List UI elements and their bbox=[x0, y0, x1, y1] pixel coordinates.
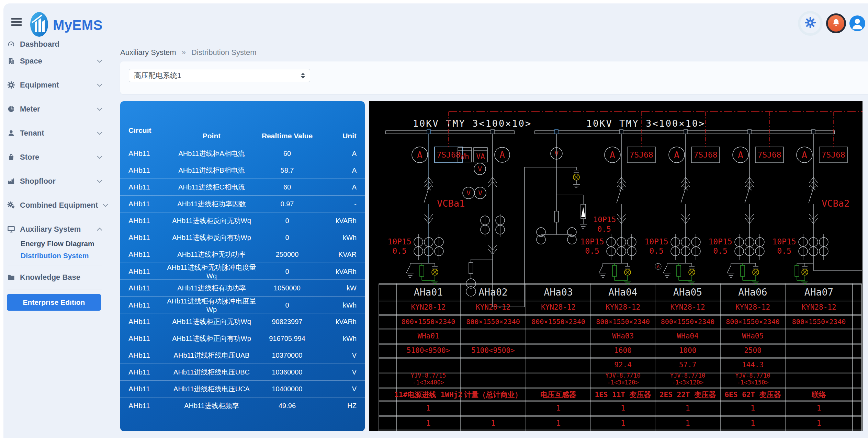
svg-text:V: V bbox=[466, 189, 471, 197]
sidebar-item-label: Meter bbox=[20, 105, 91, 114]
realtime-table-row: AHb11AHb11进线柜无功功率250000KVAR bbox=[120, 246, 365, 263]
sidebar-item-auxiliary-system[interactable]: Auxiliary System bbox=[7, 221, 102, 238]
factory-icon bbox=[7, 177, 15, 185]
breadcrumb-separator: » bbox=[182, 48, 186, 57]
svg-text:YJV-8.7/10: YJV-8.7/10 bbox=[670, 372, 705, 379]
svg-text:10P15: 10P15 bbox=[772, 237, 796, 246]
svg-text:1: 1 bbox=[685, 419, 690, 427]
svg-text:144.3: 144.3 bbox=[742, 361, 764, 369]
realtime-table-row: AHb11AHb11进线柜线电压UCA10400000V bbox=[120, 380, 365, 397]
svg-text:10KV TMY 3<100×10>: 10KV TMY 3<100×10> bbox=[586, 118, 706, 129]
svg-text:V: V bbox=[478, 189, 482, 197]
svg-text:A: A bbox=[657, 264, 660, 269]
sidebar-item-label: Auxiliary System bbox=[20, 225, 91, 234]
sidebar-subitem-distribution-system[interactable]: Distribution System bbox=[7, 250, 102, 262]
chevron-down-icon bbox=[96, 107, 102, 111]
svg-text:-1<3×400>: -1<3×400> bbox=[413, 379, 444, 386]
svg-text:A: A bbox=[674, 150, 679, 160]
svg-text:A: A bbox=[417, 150, 422, 160]
sidebar-item-label: Shopfloor bbox=[20, 177, 91, 186]
bag-icon bbox=[7, 153, 15, 161]
sidebar-item-label: Dashboard bbox=[20, 40, 91, 49]
sidebar-item-store[interactable]: Store bbox=[7, 149, 102, 165]
svg-text:AHa03: AHa03 bbox=[544, 287, 573, 298]
svg-text:10P15: 10P15 bbox=[580, 237, 604, 246]
sidebar-item-label: Knowledge Base bbox=[20, 273, 91, 282]
sidebar-item-space[interactable]: Space bbox=[7, 53, 102, 69]
sidebar-item-meter[interactable]: Meter bbox=[7, 101, 102, 117]
chevron-down-icon bbox=[96, 131, 102, 135]
col-realtime-value: Realtime Value bbox=[256, 132, 318, 140]
svg-text:800×1550×2340: 800×1550×2340 bbox=[726, 318, 780, 326]
svg-text:A: A bbox=[499, 150, 505, 160]
svg-text:800×1550×2340: 800×1550×2340 bbox=[466, 318, 520, 326]
menu-toggle-button[interactable] bbox=[11, 18, 22, 27]
svg-text:800×1550×2340: 800×1550×2340 bbox=[531, 318, 585, 326]
svg-text:VCBa1: VCBa1 bbox=[437, 198, 465, 209]
breadcrumb: Auxiliary System » Distribution System bbox=[120, 48, 257, 57]
svg-text:1: 1 bbox=[816, 419, 821, 427]
dashboard-icon bbox=[7, 40, 15, 48]
selected-system: 高压配电系统1 bbox=[134, 71, 301, 80]
realtime-table-row: AHb11AHb11进线柜功率因数0.97- bbox=[120, 195, 365, 212]
svg-text:0.5: 0.5 bbox=[392, 246, 407, 255]
divider bbox=[8, 97, 102, 97]
distribution-system-select[interactable]: 高压配电系统1 bbox=[129, 69, 310, 82]
chevron-down-icon bbox=[96, 83, 102, 87]
col-circuit: Circuit bbox=[128, 126, 167, 135]
svg-text:AHa05: AHa05 bbox=[673, 287, 702, 298]
svg-text:KYN28-12: KYN28-12 bbox=[606, 303, 640, 311]
user-avatar-button[interactable] bbox=[849, 15, 865, 31]
svg-text:A: A bbox=[802, 150, 807, 160]
sidebar-subitem-energy-flow-diagram[interactable]: Energy Flow Diagram bbox=[7, 238, 102, 250]
svg-text:YJV-8.7/10: YJV-8.7/10 bbox=[735, 372, 770, 379]
svg-text:10P15: 10P15 bbox=[593, 215, 616, 224]
sidebar-item-equipment[interactable]: Equipment bbox=[7, 77, 102, 93]
sidebar-item-dashboard[interactable]: Dashboard bbox=[7, 36, 102, 53]
sidebar-item-tenant[interactable]: Tenant bbox=[7, 125, 102, 141]
sidebar-item-shopfloor[interactable]: Shopfloor bbox=[7, 173, 102, 189]
sidebar: DashboardSpaceEquipmentMeterTenantStoreS… bbox=[3, 36, 106, 438]
svg-text:1: 1 bbox=[426, 404, 430, 412]
svg-text:10P15: 10P15 bbox=[387, 237, 411, 246]
notifications-button[interactable] bbox=[826, 13, 846, 33]
svg-text:0.5: 0.5 bbox=[585, 246, 599, 255]
svg-text:WHa03: WHa03 bbox=[612, 332, 634, 340]
svg-text:KYN28-12: KYN28-12 bbox=[541, 303, 576, 311]
person-icon bbox=[7, 129, 15, 137]
settings-button[interactable] bbox=[798, 11, 823, 36]
chevron-up-icon bbox=[96, 228, 102, 231]
enterprise-edition-button[interactable]: Enterprise Edition bbox=[7, 294, 101, 311]
svg-text:800×1550×2340: 800×1550×2340 bbox=[596, 318, 650, 326]
svg-text:800×1550×2340: 800×1550×2340 bbox=[402, 318, 455, 326]
realtime-table-row: AHb11AHb11进线柜频率49.96HZ bbox=[120, 397, 365, 414]
svg-text:AHa07: AHa07 bbox=[804, 287, 833, 298]
svg-text:57.7: 57.7 bbox=[679, 361, 697, 369]
svg-text:1: 1 bbox=[685, 404, 690, 412]
svg-text:1: 1 bbox=[491, 419, 495, 427]
svg-text:KYN28-12: KYN28-12 bbox=[735, 303, 770, 311]
myems-logo[interactable]: MyEMS bbox=[30, 11, 103, 39]
sidebar-item-knowledge-base[interactable]: Knowledge Base bbox=[7, 269, 102, 286]
svg-text:7SJ68: 7SJ68 bbox=[821, 150, 845, 159]
realtime-table-row: AHb11AHb11进线柜无功脉冲电度量Wq0kVARh bbox=[120, 263, 365, 279]
chevron-down-icon bbox=[96, 59, 102, 63]
realtime-table-row: AHb11AHb11进线柜B相电流58.7A bbox=[120, 162, 365, 178]
svg-text:1: 1 bbox=[751, 419, 755, 427]
svg-text:6ES 62T 变压器: 6ES 62T 变压器 bbox=[724, 391, 781, 399]
svg-text:0.5: 0.5 bbox=[597, 225, 611, 233]
svg-text:800×1550×2340: 800×1550×2340 bbox=[661, 318, 715, 326]
user-icon bbox=[850, 16, 864, 31]
sidebar-item-combined-equipment[interactable]: Combined Equipment bbox=[7, 197, 102, 214]
chevron-down-icon bbox=[96, 155, 102, 159]
svg-text:KYN28-12: KYN28-12 bbox=[476, 303, 510, 311]
realtime-table-row: AHb11AHb11进线柜C相电流60A bbox=[120, 178, 365, 195]
divider bbox=[8, 265, 102, 265]
svg-text:7SJ68: 7SJ68 bbox=[629, 150, 653, 159]
svg-text:VA: VA bbox=[476, 152, 485, 161]
svg-text:A: A bbox=[738, 150, 743, 160]
folder-icon bbox=[7, 273, 15, 281]
svg-text:YJV-8.7/10: YJV-8.7/10 bbox=[605, 372, 640, 379]
divider bbox=[8, 73, 102, 73]
svg-text:AHa02: AHa02 bbox=[478, 287, 507, 298]
